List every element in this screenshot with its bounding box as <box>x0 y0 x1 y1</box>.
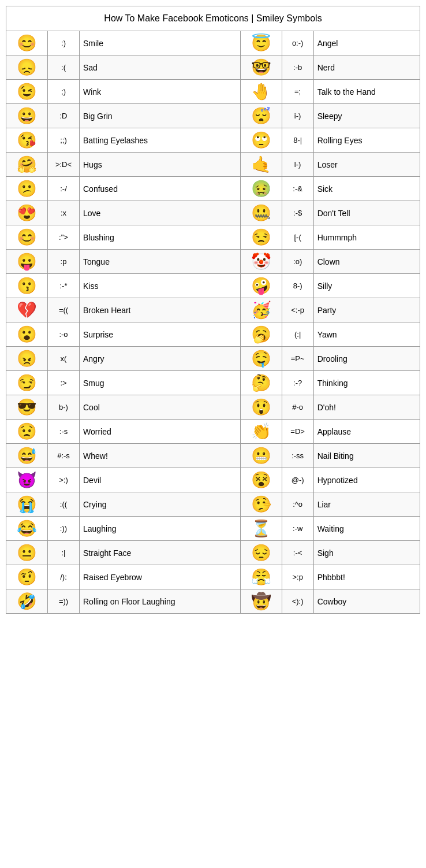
name-left: Batting Eyelashes <box>80 128 241 153</box>
emoji-left: 🤣 <box>6 589 48 614</box>
emoji-right: 🥳 <box>240 298 282 322</box>
name-right: Angel <box>313 31 420 55</box>
emoji-right: 😲 <box>240 395 282 420</box>
table-row: 😈 >:) Devil 😵 @-) Hypnotized <box>6 468 420 492</box>
emoji-left: 😏 <box>6 371 48 395</box>
code-left: ;;) <box>48 128 80 153</box>
name-right: Silly <box>313 274 420 298</box>
emoji-left: 😮 <box>6 322 48 347</box>
table-row: 😗 :-* Kiss 🤪 8-) Silly <box>6 274 420 298</box>
name-left: Whew! <box>80 444 241 468</box>
code-left: :-s <box>48 420 80 444</box>
code-right: :-b <box>282 55 313 80</box>
code-left: :> <box>48 371 80 395</box>
code-left: b-) <box>48 395 80 420</box>
emoji-right: 🤓 <box>240 55 282 80</box>
table-row: 😏 :> Smug 🤔 :-? Thinking <box>6 371 420 395</box>
name-right: Thinking <box>313 371 420 395</box>
emoji-left: 😕 <box>6 177 48 201</box>
name-left: Wink <box>80 80 241 104</box>
code-left: :x <box>48 201 80 225</box>
name-left: Crying <box>80 492 241 517</box>
table-row: 😂 :)) Laughing ⏳ :-w Waiting <box>6 517 420 541</box>
emoji-right: 😤 <box>240 565 282 589</box>
main-container: How To Make Facebook Emoticons | Smiley … <box>6 6 420 614</box>
table-row: 😍 :x Love 🤐 :-$ Don't Tell <box>6 201 420 225</box>
emoji-right: ⏳ <box>240 517 282 541</box>
code-right: #-o <box>282 395 313 420</box>
emoji-left: 😉 <box>6 80 48 104</box>
page-title: How To Make Facebook Emoticons | Smiley … <box>6 6 420 31</box>
code-left: x( <box>48 347 80 371</box>
emoji-left: 😀 <box>6 104 48 128</box>
name-right: Don't Tell <box>313 201 420 225</box>
emoji-right: 😵 <box>240 468 282 492</box>
emoji-left: 😠 <box>6 347 48 371</box>
table-row: 😅 #:-s Whew! 😬 :-ss Nail Biting <box>6 444 420 468</box>
table-row: 😞 :( Sad 🤓 :-b Nerd <box>6 55 420 80</box>
name-right: Talk to the Hand <box>313 80 420 104</box>
code-right: =D> <box>282 420 313 444</box>
name-left: Worried <box>80 420 241 444</box>
name-left: Confused <box>80 177 241 201</box>
code-right: :-w <box>282 517 313 541</box>
code-right: [-( <box>282 225 313 250</box>
code-right: =; <box>282 80 313 104</box>
name-right: Cowboy <box>313 589 420 614</box>
name-left: Cool <box>80 395 241 420</box>
table-row: 😉 ;) Wink 🤚 =; Talk to the Hand <box>6 80 420 104</box>
code-left: ;) <box>48 80 80 104</box>
name-left: Big Grin <box>80 104 241 128</box>
code-right: o:-) <box>282 31 313 55</box>
emoji-left: 😞 <box>6 55 48 80</box>
code-right: :-< <box>282 541 313 565</box>
emoji-left: 😊 <box>6 31 48 55</box>
emoji-right: 🥱 <box>240 322 282 347</box>
code-left: :p <box>48 250 80 274</box>
code-right: :^o <box>282 492 313 517</box>
code-left: >:) <box>48 468 80 492</box>
table-row: 🤣 =)) Rolling on Floor Laughing 🤠 <):) C… <box>6 589 420 614</box>
code-left: =(( <box>48 298 80 322</box>
name-left: Kiss <box>80 274 241 298</box>
name-left: Surprise <box>80 322 241 347</box>
code-left: :( <box>48 55 80 80</box>
emoji-left: 😗 <box>6 274 48 298</box>
table-row: 💔 =(( Broken Heart 🥳 <:-p Party <box>6 298 420 322</box>
name-left: Devil <box>80 468 241 492</box>
code-right: :-? <box>282 371 313 395</box>
name-left: Angry <box>80 347 241 371</box>
name-right: Hummmph <box>313 225 420 250</box>
emoji-left: 🤗 <box>6 153 48 177</box>
name-right: Waiting <box>313 517 420 541</box>
emoji-left: 😭 <box>6 492 48 517</box>
name-right: Sleepy <box>313 104 420 128</box>
name-left: Rolling on Floor Laughing <box>80 589 241 614</box>
emoji-left: 😅 <box>6 444 48 468</box>
code-right: 8-) <box>282 274 313 298</box>
code-right: 8-| <box>282 128 313 153</box>
emoji-left: 🤨 <box>6 565 48 589</box>
emoji-right: 😇 <box>240 31 282 55</box>
name-left: Hugs <box>80 153 241 177</box>
code-right: l-) <box>282 153 313 177</box>
name-right: D'oh! <box>313 395 420 420</box>
name-left: Smile <box>80 31 241 55</box>
code-left: :-/ <box>48 177 80 201</box>
emoji-right: 👏 <box>240 420 282 444</box>
emoji-right: 😴 <box>240 104 282 128</box>
name-right: Nerd <box>313 55 420 80</box>
emoji-right: 😬 <box>240 444 282 468</box>
name-left: Love <box>80 201 241 225</box>
name-right: Drooling <box>313 347 420 371</box>
name-left: Smug <box>80 371 241 395</box>
emoji-left: 😐 <box>6 541 48 565</box>
emoji-right: 🤥 <box>240 492 282 517</box>
table-row: 😭 :(( Crying 🤥 :^o Liar <box>6 492 420 517</box>
code-right: i-) <box>282 104 313 128</box>
name-right: Clown <box>313 250 420 274</box>
code-left: #:-s <box>48 444 80 468</box>
emoji-left: 😛 <box>6 250 48 274</box>
code-left: :)) <box>48 517 80 541</box>
table-row: 😘 ;;) Batting Eyelashes 🙄 8-| Rolling Ey… <box>6 128 420 153</box>
